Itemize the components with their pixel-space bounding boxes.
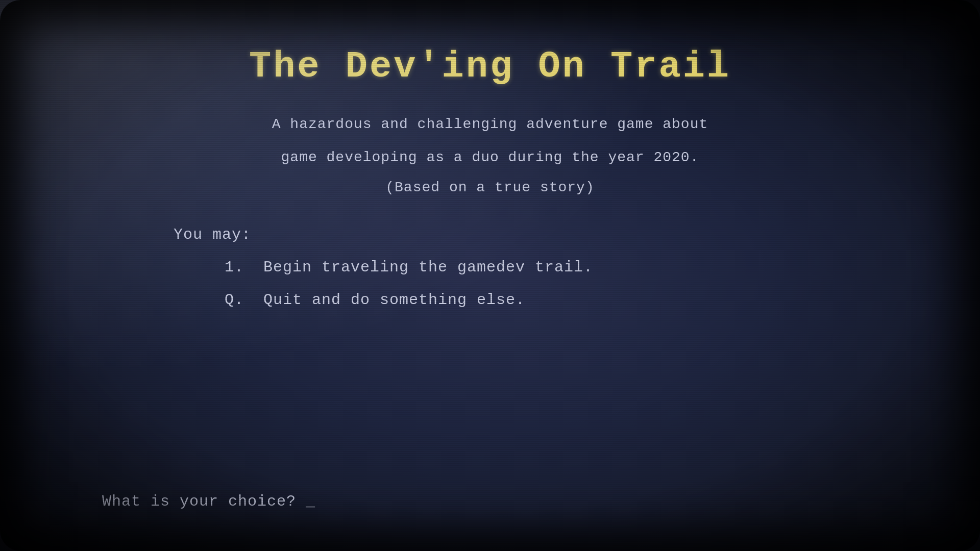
- prompt-text: What is your choice?: [102, 493, 296, 510]
- menu-item-begin[interactable]: 1. Begin traveling the gamedev trail.: [225, 259, 847, 276]
- you-may-label: You may:: [133, 226, 847, 243]
- menu-item-begin-key: 1.: [225, 259, 263, 276]
- menu-item-quit-label: Quit and do something else.: [263, 291, 525, 309]
- menu-item-quit-key: Q.: [225, 291, 263, 309]
- menu-list: 1. Begin traveling the gamedev trail. Q.…: [133, 259, 847, 309]
- crt-screen: The Dev'ing On Trail A hazardous and cha…: [0, 0, 980, 551]
- description-line1: A hazardous and challenging adventure ga…: [272, 113, 708, 136]
- menu-item-quit[interactable]: Q. Quit and do something else.: [225, 291, 847, 309]
- prompt-area: What is your choice? _: [102, 493, 315, 510]
- main-content: The Dev'ing On Trail A hazardous and cha…: [133, 31, 847, 309]
- description-line2: game developing as a duo during the year…: [281, 146, 699, 169]
- game-title: The Dev'ing On Trail: [249, 46, 731, 88]
- based-on-text: (Based on a true story): [385, 180, 594, 195]
- menu-item-begin-label: Begin traveling the gamedev trail.: [263, 259, 593, 276]
- cursor-blink: _: [306, 493, 315, 510]
- prompt-space: [296, 493, 306, 510]
